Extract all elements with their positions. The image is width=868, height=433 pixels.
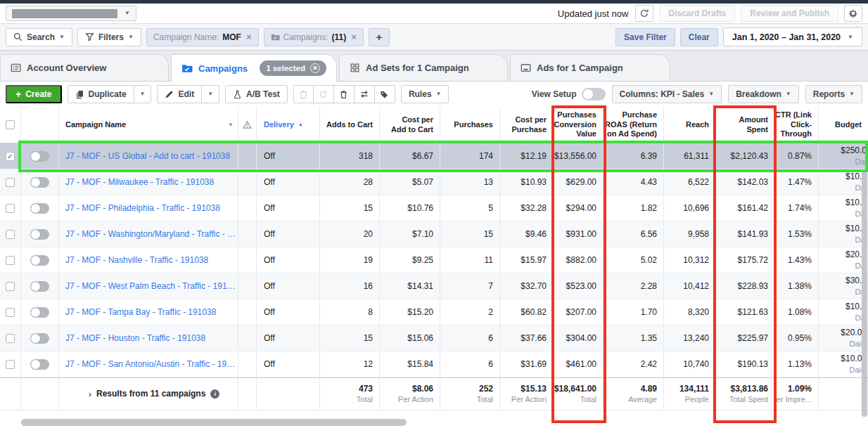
campaign-name-link[interactable]: J7 - MOF - Nashville - Traffic - 191038 [65, 255, 208, 265]
campaign-name-link[interactable]: J7 - MOF - Washington/Maryland - Traffic… [65, 229, 238, 239]
clear-filter-button[interactable]: Clear [680, 28, 718, 46]
row-checkbox[interactable] [6, 204, 15, 213]
breakdown-dropdown[interactable]: Breakdown ▼ [728, 85, 799, 103]
purchases-value: 2 [440, 299, 500, 325]
campaign-name-cell: J7 - MOF - San Antonio/Austin - Traffic … [59, 351, 238, 377]
edit-button[interactable]: Edit [157, 85, 202, 103]
clipboard-icon [299, 90, 308, 99]
column-header-ctr[interactable]: CTR (Link Click- Through [775, 107, 819, 143]
selected-count-badge[interactable]: 1 selected ✕ [260, 60, 326, 76]
close-icon[interactable]: × [246, 32, 252, 42]
campaign-name-link[interactable]: J7 - MOF - US Global - Add to cart - 191… [65, 151, 230, 161]
delivery-status: Off [257, 169, 320, 195]
column-header-cost-per-add-to-cart[interactable]: Cost per Add to Cart [380, 107, 440, 143]
filters-button[interactable]: Filters ▼ [77, 28, 141, 46]
cost-per-add-to-cart-value: $14.31 [380, 273, 440, 299]
row-checkbox-cell [0, 169, 21, 195]
campaign-active-toggle[interactable] [30, 255, 49, 266]
campaign-name-link[interactable]: J7 - MOF - West Palm Beach - Traffic - 1… [65, 281, 238, 291]
column-header-purchases[interactable]: Purchases [440, 107, 500, 143]
tab-ads[interactable]: Ads for 1 Campaign [510, 54, 670, 81]
column-header-purchases-conversion-value[interactable]: Purchases Conversion Value [554, 107, 604, 143]
row-checkbox[interactable] [6, 282, 15, 291]
filter-chip-campaign-name[interactable]: Campaign Name: MOF × [146, 28, 259, 46]
delivery-status: Off [257, 247, 320, 273]
campaign-active-toggle[interactable] [30, 307, 49, 318]
campaign-name-link[interactable]: J7 - MOF - Houston - Traffic - 191038 [65, 333, 205, 343]
reports-dropdown[interactable]: Reports ▼ [805, 85, 862, 103]
amount-spent-value: $225.97 [716, 325, 775, 351]
tab-campaigns[interactable]: Campaigns 1 selected ✕ [171, 54, 337, 82]
duplicate-menu-button[interactable]: ▼ [134, 85, 152, 103]
settings-button[interactable] [844, 5, 862, 22]
view-setup-toggle[interactable] [582, 88, 606, 101]
column-header-adds-to-cart[interactable]: Adds to Cart [320, 107, 380, 143]
row-checkbox[interactable] [6, 256, 15, 265]
campaign-active-toggle[interactable] [30, 177, 49, 188]
row-checkbox-cell [0, 351, 21, 377]
tab-ad-sets[interactable]: Ad Sets for 1 Campaign [339, 54, 508, 81]
export-import-button[interactable] [355, 85, 375, 103]
reach-value: 10,696 [664, 195, 716, 221]
column-header-issues[interactable] [238, 107, 257, 143]
select-all-checkbox[interactable] [0, 107, 21, 143]
vertical-scrollbar[interactable] [862, 171, 867, 417]
column-header-cost-per-purchase[interactable]: Cost per Purchase [500, 107, 554, 143]
chevron-right-icon[interactable]: › [89, 388, 91, 401]
campaign-name-link[interactable]: J7 - MOF - Philadelphia - Traffic - 1910… [65, 203, 220, 213]
tab-account-overview[interactable]: Account Overview [0, 54, 169, 81]
budget-cell: $10.0Dai [819, 299, 868, 325]
campaign-active-toggle[interactable] [30, 229, 49, 240]
save-filter-button[interactable]: Save Filter [615, 28, 675, 46]
column-header-reach[interactable]: Reach [664, 107, 716, 143]
row-checkbox[interactable] [6, 178, 15, 187]
edit-menu-button[interactable]: ▼ [202, 85, 219, 103]
row-checkbox[interactable] [6, 230, 15, 239]
campaign-active-toggle[interactable] [30, 359, 49, 370]
column-header-campaign-name[interactable]: Campaign Name ▼ [59, 107, 238, 143]
account-overview-icon [11, 63, 21, 73]
duplicate-button[interactable]: Duplicate [68, 85, 134, 103]
campaign-active-toggle[interactable] [30, 151, 49, 162]
horizontal-scrollbar[interactable] [21, 419, 407, 426]
delivery-status: Off [257, 273, 320, 299]
discard-drafts-button[interactable]: Discard Drafts [659, 5, 735, 22]
reach-value: 8,320 [664, 299, 716, 325]
campaign-active-toggle[interactable] [30, 333, 49, 344]
chevron-down-icon: ▼ [208, 91, 213, 97]
add-filter-button[interactable]: + [369, 28, 390, 46]
rules-button[interactable]: Rules ▼ [401, 85, 449, 103]
filter-chip-campaigns[interactable]: Campaigns: (11) × [264, 28, 364, 46]
search-button[interactable]: Search ▼ [6, 28, 72, 46]
row-checkbox[interactable] [6, 334, 15, 343]
row-checkbox[interactable] [6, 308, 15, 317]
close-icon[interactable]: × [351, 32, 357, 42]
create-button[interactable]: + Create [6, 85, 62, 103]
campaign-name-link[interactable]: J7 - MOF - San Antonio/Austin - Traffic … [65, 359, 238, 369]
row-checkbox[interactable] [6, 360, 15, 369]
columns-dropdown[interactable]: Columns: KPI - Sales ▼ [612, 85, 722, 103]
campaign-name-link[interactable]: J7 - MOF - Tampa Bay - Traffic - 191038 [65, 307, 216, 317]
delivery-status: Off [257, 299, 320, 325]
campaign-active-toggle[interactable] [30, 203, 49, 214]
column-header-amount-spent[interactable]: Amount Spent [716, 107, 775, 143]
purchase-roas-value: 2.42 [604, 351, 664, 377]
column-header-budget[interactable]: Budget [819, 107, 868, 143]
date-range-picker[interactable]: Jan 1, 2020 – Jan 31, 2020 ▼ [723, 27, 862, 46]
refresh-button[interactable] [635, 5, 653, 22]
delete-button[interactable] [334, 85, 355, 103]
row-checkbox-cell [0, 299, 21, 325]
history-button[interactable] [314, 85, 334, 103]
column-header-delivery[interactable]: Delivery ▲ [257, 107, 320, 143]
review-publish-button[interactable]: Review and Publish [741, 5, 838, 22]
campaign-active-toggle[interactable] [30, 281, 49, 292]
tag-button[interactable] [375, 85, 395, 103]
ab-test-button[interactable]: A/B Test [225, 85, 288, 103]
account-selector[interactable]: ▼ [6, 6, 136, 21]
campaign-name-link[interactable]: J7 - MOF - Milwaukee - Traffic - 191038 [65, 177, 214, 187]
row-checkbox[interactable]: ✓ [6, 152, 15, 161]
info-icon[interactable]: i [210, 389, 219, 399]
column-header-purchase-roas[interactable]: Purchase ROAS (Return on Ad Spend) [604, 107, 664, 143]
pin-button[interactable] [293, 85, 314, 103]
clear-selection-icon[interactable]: ✕ [310, 63, 320, 73]
